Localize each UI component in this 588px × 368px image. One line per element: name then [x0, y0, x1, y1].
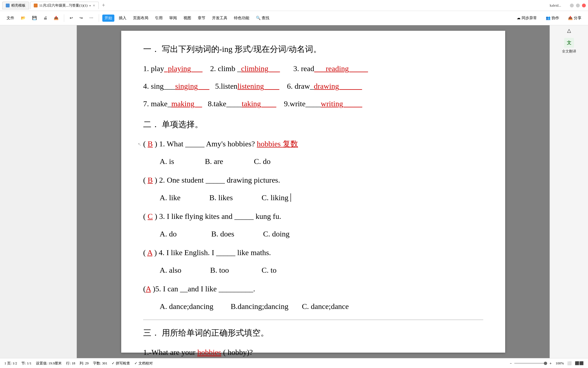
collapse-icon[interactable]: △: [567, 27, 571, 34]
translate-label: 全文翻译: [562, 49, 576, 54]
redo-icon: ↪: [80, 16, 83, 20]
minimize-button[interactable]: [570, 4, 574, 7]
mcq1-question: ( B ) 1. What _____ Amy's hobbies? hobbi…: [143, 136, 483, 152]
fill-row1: 1. play_playing___ 2. climb _climbing___…: [143, 61, 483, 76]
mcq1-bracket: (: [143, 140, 148, 148]
mcq4-answer: A: [147, 248, 152, 257]
special-label: 特色功能: [234, 16, 249, 21]
file-menu[interactable]: 文件: [4, 15, 16, 22]
add-tab-button[interactable]: +: [100, 2, 107, 9]
redo-button[interactable]: ↪: [77, 15, 85, 21]
devtools-tab[interactable]: 开发工具: [210, 15, 230, 22]
review-tab[interactable]: 审阅: [167, 15, 179, 22]
undo-button[interactable]: ↩: [67, 15, 75, 21]
zoom-in-button[interactable]: ＋: [549, 361, 552, 366]
sync-button[interactable]: ☁ 同步异常: [514, 15, 539, 22]
tab-close-icon[interactable]: ✕: [93, 4, 95, 7]
mcq2-optC: C. liking: [262, 193, 291, 202]
tab-icon-document: [34, 4, 38, 7]
document-area: ↖ 一． 写出下列动词的-ing 形式/现在分词/动名词。 1. play_pl…: [77, 25, 550, 358]
mcq1-optC: C. do: [254, 157, 271, 166]
sep1: [64, 14, 64, 22]
close-button[interactable]: [582, 4, 586, 7]
section-divider: [143, 320, 483, 320]
q2-num: 2. climb _: [210, 64, 241, 73]
q3-num: 3. read: [293, 64, 314, 73]
section1-title: 一． 写出下列动词的-ing 形式/现在分词/动名词。: [143, 42, 483, 57]
zoom-thumb: [544, 362, 547, 365]
mcq2-bracket: (: [143, 176, 148, 184]
translate-button[interactable]: 文 全文翻译: [562, 38, 576, 54]
doc-check-btn[interactable]: ✓ 文档校对: [134, 361, 153, 366]
chapter-tab[interactable]: 章节: [196, 15, 208, 22]
reference-label: 引用: [155, 16, 163, 21]
user-profile[interactable]: kaleid...: [550, 3, 561, 8]
fill-row2: 4. sing___singing___ 5.listenlistening__…: [143, 79, 483, 94]
mcq3-question: ( C ) 3. I like flying kites and _____ k…: [143, 209, 483, 224]
maximize-button[interactable]: [576, 4, 580, 7]
spell-check-btn[interactable]: ✓ 拼写检查: [112, 361, 130, 366]
q5-num: 5.listen: [215, 82, 238, 90]
q9-num: 9.write____: [284, 99, 321, 108]
find-button[interactable]: 🔍 查找: [254, 15, 272, 22]
q9-answer: writing_____: [321, 99, 362, 108]
mcq4-bracket: (: [143, 248, 147, 257]
open-button[interactable]: 📂: [19, 15, 28, 21]
q2-answer: climbing___: [241, 64, 280, 73]
tab-template[interactable]: 稻壳模板: [2, 2, 29, 9]
reference-tab[interactable]: 引用: [153, 15, 165, 22]
more-button[interactable]: ⋯: [87, 15, 95, 21]
section3-title: 三． 用所给单词的正确形式填空。: [143, 325, 483, 340]
mcq2-question: ( B ) 2. One student _____ drawing pictu…: [143, 172, 483, 188]
export-icon: 📤: [54, 16, 58, 20]
mcq1-optA: A. is: [160, 157, 174, 166]
fill2-q1-answer: hobbies: [197, 348, 221, 357]
translate-icon-box: 文: [564, 38, 574, 48]
mcq3-text: ) 3. I like flying kites and _____ kung …: [153, 212, 281, 221]
tab-document[interactable]: 11月2日六年级英...习答案(1)(1) ● ✕: [30, 2, 99, 9]
print-button[interactable]: 🖨: [41, 15, 49, 21]
collab-label: 协作: [552, 16, 559, 21]
special-tab[interactable]: 特色功能: [232, 15, 251, 22]
view-double-icon[interactable]: ⬛⬛: [575, 361, 584, 366]
mcq2-text: ) 2. One student _____ drawing pictures.: [153, 176, 280, 184]
toolbar: 文件 📂 💾 🖨 📤 ↩ ↪ ⋯ 开始 插入 页面布局 引用 审阅 视图 章节: [0, 11, 588, 25]
zoom-slider[interactable]: [514, 363, 547, 364]
section1-text: 一． 写出下列动词的-ing 形式/现在分词/动名词。: [143, 44, 321, 54]
doc-check-label: 文档校对: [138, 361, 153, 366]
save-button[interactable]: 💾: [30, 15, 39, 21]
layout-tab[interactable]: 页面布局: [131, 15, 151, 22]
mcq5-optC: C. dance;dance: [302, 302, 349, 311]
spell-check-icon: ✓: [112, 361, 115, 366]
main-layout: ↖ 一． 写出下列动词的-ing 形式/现在分词/动名词。 1. play_pl…: [0, 25, 588, 358]
translate-icon: 文: [567, 40, 571, 46]
doc-check-icon: ✓: [134, 361, 137, 366]
mcq5-options: A. dance;dancing B.dancing;dancing C. da…: [160, 299, 483, 314]
q5-answer: listening____: [238, 82, 279, 90]
insert-tab[interactable]: 插入: [117, 15, 129, 22]
view-single-icon[interactable]: ⬜: [567, 361, 572, 366]
sync-label: 同步异常: [522, 16, 537, 21]
q4-answer: singing___: [175, 82, 209, 90]
export-button[interactable]: 📤: [52, 15, 61, 21]
share-label: 分享: [574, 16, 581, 21]
fill-row3: 7. make_making__ 8.take____taking____ 9.…: [143, 96, 483, 111]
mcq3-optC: C. doing: [263, 230, 289, 238]
view-tab[interactable]: 视图: [181, 15, 193, 22]
tab-bar: 稻壳模板 11月2日六年级英...习答案(1)(1) ● ✕ +: [2, 2, 550, 9]
zoom-controls: － ＋: [509, 361, 552, 366]
q8-num: 8.take____: [208, 99, 242, 108]
sync-icon: ☁: [517, 16, 521, 20]
start-tab[interactable]: 开始: [102, 15, 114, 22]
mcq2-optB: B. likes: [209, 193, 233, 202]
share-button[interactable]: 📤 分享: [566, 15, 584, 22]
collab-button[interactable]: 👥 协作: [544, 15, 561, 22]
zoom-out-button[interactable]: －: [509, 361, 513, 366]
tab-modified-icon: ●: [89, 4, 91, 7]
q6-num: 6. draw_: [287, 82, 314, 90]
tab-icon-template: [6, 4, 10, 7]
statusbar-right: － ＋ 100% ⬜ ⬛⬛: [509, 361, 584, 366]
tab-label-document: 11月2日六年级英...习答案(1)(1): [39, 3, 87, 8]
q8-answer: taking____: [242, 99, 276, 108]
setting-value: 设置值: 19.9厘米: [36, 361, 62, 366]
